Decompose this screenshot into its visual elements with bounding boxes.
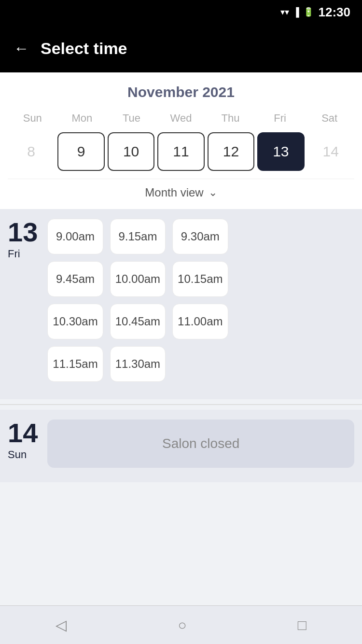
time-slot-1100[interactable]: 11.00am — [172, 304, 228, 339]
time-slot-1130[interactable]: 11.30am — [110, 346, 166, 382]
closed-section-14: 14 Sun Salon closed — [0, 410, 362, 482]
calendar-section: November 2021 Sun Mon Tue Wed Thu Fri Sa… — [0, 72, 362, 209]
date-9[interactable]: 9 — [57, 132, 104, 171]
date-11[interactable]: 11 — [157, 132, 204, 171]
status-icons: ▾▾ ▐ 🔋 — [280, 7, 314, 17]
signal-icon: ▐ — [293, 7, 299, 17]
date-13[interactable]: 13 — [257, 132, 304, 171]
time-slot-1030[interactable]: 10.30am — [47, 304, 103, 339]
nav-home-button[interactable]: ○ — [178, 617, 186, 633]
date-12[interactable]: 12 — [208, 132, 254, 171]
time-slot-1115[interactable]: 11.15am — [47, 346, 103, 382]
chevron-down-icon: ⌄ — [209, 186, 217, 199]
weekday-wed: Wed — [156, 110, 206, 126]
weekday-fri: Fri — [255, 110, 305, 126]
weekday-tue: Tue — [107, 110, 156, 126]
closed-inner: 14 Sun Salon closed — [8, 420, 354, 468]
time-slot-1015[interactable]: 10.15am — [172, 261, 228, 297]
month-year-label: November 2021 — [8, 84, 354, 100]
day-number-13: 13 Fri — [8, 219, 38, 260]
bottom-nav: ◁ ○ □ — [0, 605, 362, 644]
time-slot-1000[interactable]: 10.00am — [110, 261, 166, 297]
date-8[interactable]: 8 — [8, 132, 55, 171]
section-divider — [0, 404, 362, 405]
dates-row: 8 9 10 11 12 13 14 — [8, 132, 354, 171]
time-slot-900[interactable]: 9.00am — [47, 219, 103, 254]
time-slot-915[interactable]: 9.15am — [110, 219, 166, 254]
wifi-icon: ▾▾ — [280, 7, 289, 17]
page-title: Select time — [41, 39, 127, 58]
app-header: ← Select time — [0, 24, 362, 72]
time-slot-930[interactable]: 9.30am — [172, 219, 228, 254]
weekday-thu: Thu — [206, 110, 255, 126]
date-10[interactable]: 10 — [108, 132, 154, 171]
month-view-toggle[interactable]: Month view ⌄ — [8, 179, 354, 209]
time-section-13: 13 Fri 9.00am 9.15am 9.30am 9.45am 10.00… — [0, 209, 362, 399]
back-button[interactable]: ← — [14, 40, 29, 57]
month-view-label: Month view — [145, 186, 203, 199]
nav-back-button[interactable]: ◁ — [56, 616, 67, 633]
weekday-sat: Sat — [305, 110, 354, 126]
weekdays-row: Sun Mon Tue Wed Thu Fri Sat — [8, 110, 354, 126]
time-slots-grid: 9.00am 9.15am 9.30am 9.45am 10.00am 10.1… — [47, 219, 228, 382]
nav-recent-button[interactable]: □ — [298, 617, 306, 633]
time-slot-1045[interactable]: 10.45am — [110, 304, 166, 339]
date-14[interactable]: 14 — [307, 132, 354, 171]
day-header-13: 13 Fri 9.00am 9.15am 9.30am 9.45am 10.00… — [8, 219, 354, 382]
weekday-sun: Sun — [8, 110, 57, 126]
battery-icon: 🔋 — [303, 7, 314, 17]
salon-closed-message: Salon closed — [47, 420, 354, 468]
day-header-14: 14 Sun — [8, 420, 38, 461]
status-bar: ▾▾ ▐ 🔋 12:30 — [0, 0, 362, 24]
time-slot-945[interactable]: 9.45am — [47, 261, 103, 297]
status-time: 12:30 — [319, 5, 351, 20]
weekday-mon: Mon — [57, 110, 107, 126]
